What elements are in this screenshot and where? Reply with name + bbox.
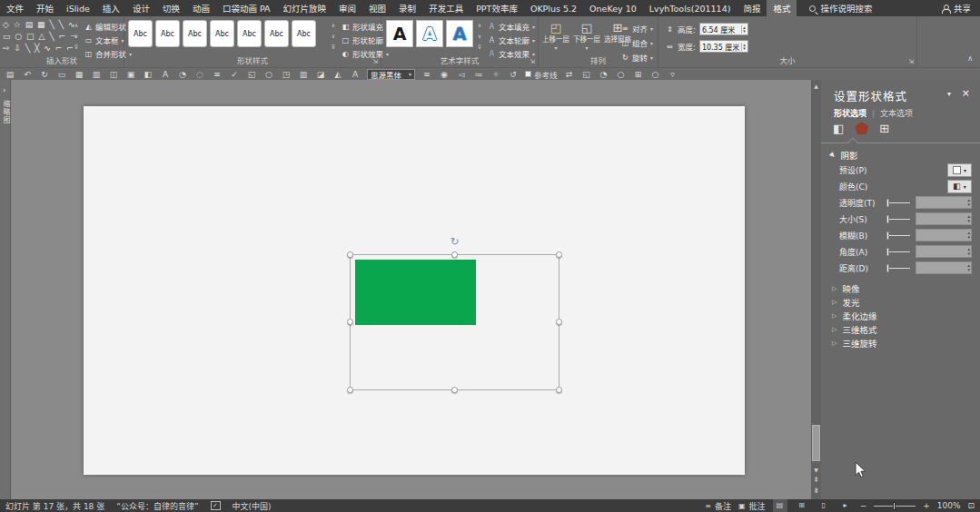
view-slide-sorter-button[interactable]: ⊞ — [795, 499, 809, 512]
qat-icon[interactable]: ▦ — [74, 70, 84, 79]
thumbnail-pane-collapsed[interactable]: › 缩略图 — [0, 80, 11, 499]
tellme-search[interactable]: 操作说明搜索 — [809, 2, 872, 15]
notes-button[interactable]: ≡ 备注 — [705, 500, 731, 512]
qat-icon[interactable]: ○ — [650, 70, 661, 79]
shape-gallery[interactable]: ◇ ☆ ▤ ▦ ╲ ╲ ∿ ▭ ○ □ △ ╲ ⌐ ¬ ⇨ ⇩ ╲ ╳ ∿ ⌐ … — [3, 19, 77, 54]
spin-down-icon[interactable]: ▾ — [743, 29, 746, 34]
previous-slide-icon[interactable]: ⇞ — [811, 475, 821, 485]
spellcheck-icon[interactable]: ✓ — [211, 501, 221, 510]
wordart-tile[interactable]: A — [386, 20, 413, 47]
shadow-angle-slider[interactable] — [886, 248, 910, 256]
menu-item[interactable]: 文件 — [0, 0, 30, 16]
shape-style-tile[interactable]: Abc — [183, 20, 207, 47]
menu-item[interactable]: LvyhTools(201114) — [643, 0, 737, 16]
resize-handle-bottom[interactable] — [451, 387, 458, 393]
qat-icon[interactable]: ◧ — [143, 70, 153, 79]
qat-icon[interactable]: ◌ — [194, 70, 205, 79]
shape-style-tile[interactable]: Abc — [210, 20, 234, 47]
qat-icon[interactable]: ◉ — [439, 70, 450, 79]
section-reflection[interactable]: ▷ 映像 — [821, 281, 980, 295]
height-input[interactable]: 6.54 厘米 ▴ ▾ — [699, 23, 748, 35]
effects-icon[interactable] — [855, 122, 868, 134]
section-glow[interactable]: ▷ 发光 — [821, 295, 980, 309]
qat-icon[interactable]: ↻ — [39, 70, 50, 79]
shadow-preset-dropdown[interactable]: ▾ — [947, 163, 972, 177]
tab-shape-options[interactable]: 形状选项 — [834, 107, 866, 119]
zoom-level[interactable]: 100% — [937, 501, 961, 510]
menu-item[interactable]: 开始 — [30, 0, 60, 16]
qat-icon[interactable]: ▣ — [125, 70, 136, 79]
gallery-down-icon[interactable]: ∨ — [71, 31, 82, 42]
gallery-down-icon[interactable]: ∨ — [328, 31, 339, 42]
style-gallery-scroll[interactable]: ∧ ∨ ⊽ — [328, 20, 339, 53]
spinner-icons[interactable]: ▴▾ — [967, 214, 970, 223]
qat-icon[interactable]: ○ — [263, 70, 274, 79]
menu-item[interactable]: 录制 — [392, 0, 422, 16]
text-outline-button[interactable]: A 文本轮廓 ▾ — [488, 34, 535, 45]
shadow-transparency-input[interactable]: ▴▾ — [916, 196, 972, 209]
width-spinner[interactable]: ▴ ▾ — [741, 43, 746, 51]
width-input[interactable]: 10.35 厘米 ▴ ▾ — [699, 40, 748, 53]
menu-item[interactable]: OneKey 10 — [583, 0, 643, 16]
shadow-section-header[interactable]: ▶ 阴影 — [830, 149, 857, 162]
qat-icon[interactable]: ↺ — [508, 70, 519, 79]
menu-item[interactable]: 设计 — [126, 0, 156, 16]
view-slideshow-button[interactable]: ▸ — [838, 499, 853, 512]
size-properties-icon[interactable]: ⊞ — [879, 122, 889, 135]
shape-style-tile[interactable]: Abc — [292, 20, 316, 47]
qat-icon[interactable]: ✓ — [229, 70, 240, 79]
menu-item[interactable]: 口袋动画 PA — [216, 0, 277, 16]
spinner-icons[interactable]: ▴▾ — [967, 231, 970, 240]
rotate-handle[interactable]: ↻ — [449, 235, 461, 248]
qat-icon[interactable]: ⇄ — [564, 70, 575, 79]
gallery-more-icon[interactable]: ⊽ — [328, 42, 339, 53]
qat-icon[interactable]: ≡ — [421, 70, 432, 79]
wordart-tile[interactable]: A — [446, 20, 473, 47]
language-label[interactable]: 中文(中国) — [233, 500, 272, 512]
zoom-slider[interactable] — [874, 502, 916, 510]
qat-icon[interactable]: ◪ — [315, 70, 326, 79]
gallery-up-icon[interactable]: ∧ — [71, 20, 82, 31]
shape-gallery-scroll[interactable]: ∧ ∨ ⊽ — [71, 20, 82, 53]
tab-format-active[interactable]: 格式 — [767, 0, 797, 16]
shape-gallery-row[interactable]: ▭ ○ □ △ ╲ ⌐ ¬ — [3, 31, 77, 43]
selected-rectangle-shape[interactable] — [355, 260, 476, 325]
menu-item[interactable]: 切换 — [156, 0, 186, 16]
qat-icon[interactable]: ◫ — [108, 70, 119, 79]
tab-text-options[interactable]: 文本选项 — [880, 107, 913, 119]
menu-item[interactable]: 简报 — [737, 0, 767, 16]
menu-item[interactable]: 视图 — [362, 0, 392, 16]
qat-icon[interactable]: ▥ — [91, 70, 102, 79]
qat-icon[interactable]: A — [350, 70, 361, 79]
shadow-size-slider[interactable] — [886, 215, 910, 223]
qat-icon[interactable]: ◱ — [581, 70, 592, 79]
qat-icon[interactable]: A — [160, 70, 171, 79]
dialog-launcher-icon[interactable]: ⇲ — [372, 58, 378, 65]
shadow-blur-slider[interactable] — [886, 231, 910, 240]
qat-icon[interactable]: ▭ — [56, 70, 67, 79]
qat-icon[interactable]: ▤ — [5, 70, 15, 79]
spinner-icons[interactable]: ▴▾ — [967, 263, 970, 272]
qat-icon[interactable]: ↶ — [22, 70, 33, 79]
slider-thumb[interactable] — [886, 248, 889, 256]
guides-toggle[interactable]: 参考线 — [525, 69, 558, 80]
zoom-out-button[interactable]: − — [860, 501, 867, 510]
gallery-up-icon[interactable]: ∧ — [328, 20, 339, 31]
gallery-more-icon[interactable]: ⊽ — [71, 42, 82, 53]
resize-handle-top-left[interactable] — [347, 251, 353, 258]
qat-icon[interactable]: ✧ — [490, 70, 501, 79]
shape-style-tile[interactable]: Abc — [155, 20, 180, 47]
menu-item[interactable]: 开发工具 — [422, 0, 470, 16]
shape-gallery-row[interactable]: ⇨ ⇩ ╲ ╳ ∿ ⌐ ⌐ — [3, 43, 77, 54]
dialog-launcher-icon[interactable]: ⇲ — [908, 58, 914, 65]
qat-icon[interactable]: ⊞ — [633, 70, 644, 79]
dialog-launcher-icon[interactable]: ⇲ — [530, 58, 535, 65]
qat-icon[interactable]: ○ — [616, 70, 627, 79]
text-fill-button[interactable]: A 文本填充 ▾ — [488, 21, 535, 32]
qat-icon[interactable]: ◔ — [599, 70, 609, 79]
shape-gallery-row[interactable]: ◇ ☆ ▤ ▦ ╲ ╲ ∿ — [3, 19, 77, 31]
slider-thumb[interactable] — [886, 199, 889, 207]
gallery-more-icon[interactable]: ⊽ — [474, 42, 485, 53]
qat-icon[interactable]: ▥ — [298, 70, 309, 79]
slider-thumb[interactable] — [886, 264, 889, 272]
